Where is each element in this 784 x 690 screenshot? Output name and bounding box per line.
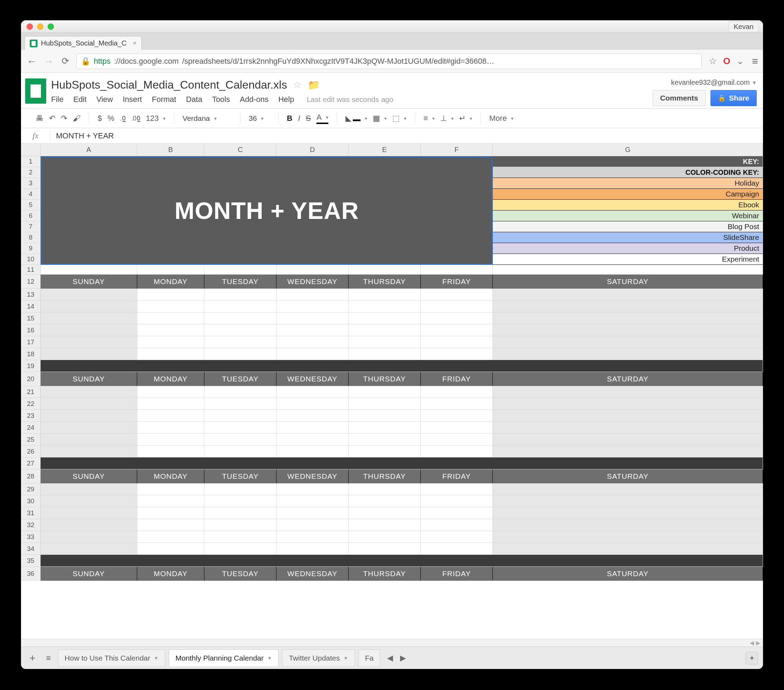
calendar-cell[interactable] <box>41 507 137 519</box>
chrome-menu-button[interactable]: ≡ <box>752 55 758 67</box>
calendar-cell[interactable] <box>137 531 204 543</box>
day-header-cell[interactable]: WEDNESDAY <box>277 567 349 581</box>
formula-input[interactable]: MONTH + YEAR <box>50 131 763 140</box>
add-sheet-button[interactable]: + <box>26 652 39 664</box>
row-header[interactable]: 12 <box>21 275 41 289</box>
day-header-cell[interactable]: SATURDAY <box>493 275 763 289</box>
calendar-cell[interactable] <box>349 484 421 495</box>
day-header-cell[interactable]: WEDNESDAY <box>277 469 349 484</box>
bookmark-star-icon[interactable]: ☆ <box>709 56 717 66</box>
star-document-button[interactable]: ☆ <box>293 79 301 90</box>
explore-button[interactable]: ✦ <box>746 652 758 664</box>
calendar-cell[interactable] <box>137 386 204 398</box>
all-sheets-button[interactable]: ≡ <box>43 653 54 663</box>
calendar-cell[interactable] <box>41 398 137 410</box>
calendar-cell[interactable] <box>421 348 493 360</box>
calendar-cell[interactable] <box>421 434 493 446</box>
calendar-cell[interactable] <box>277 519 349 531</box>
chevron-down-icon[interactable]: ▼ <box>343 655 348 661</box>
redo-button[interactable]: ↷ <box>61 114 67 123</box>
row-header[interactable]: 30 <box>21 495 41 507</box>
menu-file[interactable]: File <box>51 95 63 104</box>
format-currency-button[interactable]: $ <box>98 114 102 123</box>
calendar-cell[interactable] <box>349 386 421 398</box>
undo-button[interactable]: ↶ <box>49 114 55 123</box>
calendar-cell[interactable] <box>421 324 493 336</box>
vertical-align-button[interactable]: ⊥ <box>440 114 454 123</box>
row-header[interactable]: 28 <box>21 469 41 484</box>
calendar-cell[interactable] <box>137 484 204 495</box>
calendar-cell[interactable] <box>349 531 421 543</box>
calendar-cell[interactable] <box>204 507 277 519</box>
calendar-cell[interactable] <box>349 446 421 457</box>
calendar-cell[interactable] <box>41 446 137 457</box>
row-header[interactable]: 2 <box>21 167 41 178</box>
paint-format-button[interactable]: 🖌 <box>73 114 81 123</box>
forward-button[interactable]: → <box>43 55 54 67</box>
calendar-cell[interactable] <box>349 348 421 360</box>
row-header[interactable]: 5 <box>21 200 41 211</box>
calendar-cell[interactable] <box>493 312 763 324</box>
calendar-cell[interactable] <box>137 289 204 300</box>
column-header[interactable]: F <box>421 144 493 156</box>
number-format-menu[interactable]: 123 <box>146 114 166 123</box>
address-bar[interactable]: 🔒 https://docs.google.com/spreadsheets/d… <box>76 54 702 69</box>
day-header-cell[interactable]: SUNDAY <box>41 372 137 386</box>
calendar-cell[interactable] <box>421 519 493 531</box>
minimize-window-button[interactable] <box>37 23 43 30</box>
calendar-cell[interactable] <box>493 324 763 336</box>
calendar-cell[interactable] <box>137 410 204 422</box>
calendar-cell[interactable] <box>493 446 763 457</box>
calendar-cell[interactable] <box>421 495 493 507</box>
comments-button[interactable]: Comments <box>653 90 706 106</box>
column-header[interactable]: G <box>493 144 763 156</box>
calendar-cell[interactable] <box>204 543 277 555</box>
calendar-cell[interactable] <box>277 324 349 336</box>
day-header-cell[interactable]: SATURDAY <box>493 469 763 484</box>
day-header-cell[interactable]: SATURDAY <box>493 567 763 581</box>
calendar-cell[interactable] <box>421 300 493 312</box>
menu-insert[interactable]: Insert <box>123 95 142 104</box>
calendar-cell[interactable] <box>493 422 763 434</box>
day-header-cell[interactable]: SUNDAY <box>41 469 137 484</box>
calendar-cell[interactable] <box>277 495 349 507</box>
calendar-cell[interactable] <box>41 434 137 446</box>
calendar-cell[interactable] <box>204 410 277 422</box>
calendar-cell[interactable] <box>349 398 421 410</box>
document-title[interactable]: HubSpots_Social_Media_Content_Calendar.x… <box>51 78 287 91</box>
text-wrap-button[interactable]: ↵ <box>459 114 472 123</box>
calendar-cell[interactable] <box>493 531 763 543</box>
calendar-cell[interactable] <box>204 386 277 398</box>
day-header-cell[interactable]: WEDNESDAY <box>277 372 349 386</box>
bold-button[interactable]: B <box>287 114 293 123</box>
row-header[interactable]: 8 <box>21 232 41 243</box>
share-button[interactable]: 🔒 Share <box>710 90 757 106</box>
calendar-cell[interactable] <box>204 434 277 446</box>
hero-title-cell[interactable]: MONTH + YEAR <box>41 156 493 265</box>
key-item-cell[interactable]: Campaign <box>493 189 763 200</box>
account-menu[interactable]: kevanlee932@gmail.com ▼ <box>671 78 757 86</box>
row-header[interactable]: 22 <box>21 398 41 410</box>
calendar-cell[interactable] <box>204 336 277 348</box>
calendar-cell[interactable] <box>137 434 204 446</box>
menu-data[interactable]: Data <box>186 95 202 104</box>
row-header[interactable]: 31 <box>21 507 41 519</box>
row-header[interactable]: 1 <box>21 156 41 167</box>
calendar-cell[interactable] <box>421 386 493 398</box>
strikethrough-button[interactable]: S <box>306 114 311 123</box>
calendar-cell[interactable] <box>493 434 763 446</box>
calendar-cell[interactable] <box>421 336 493 348</box>
calendar-cell[interactable] <box>277 484 349 495</box>
day-header-cell[interactable]: THURSDAY <box>349 372 421 386</box>
row-header[interactable]: 26 <box>21 446 41 457</box>
day-header-cell[interactable]: MONDAY <box>137 567 204 581</box>
sheet-tab[interactable]: Twitter Updates▼ <box>282 649 355 667</box>
column-header[interactable]: A <box>41 144 137 156</box>
calendar-cell[interactable] <box>421 410 493 422</box>
day-header-cell[interactable]: TUESDAY <box>204 567 277 581</box>
row-header[interactable]: 36 <box>21 567 41 581</box>
row-header[interactable]: 7 <box>21 221 41 232</box>
cell[interactable] <box>493 265 763 275</box>
cell[interactable] <box>349 265 421 275</box>
key-item-cell[interactable]: Holiday <box>493 178 763 189</box>
